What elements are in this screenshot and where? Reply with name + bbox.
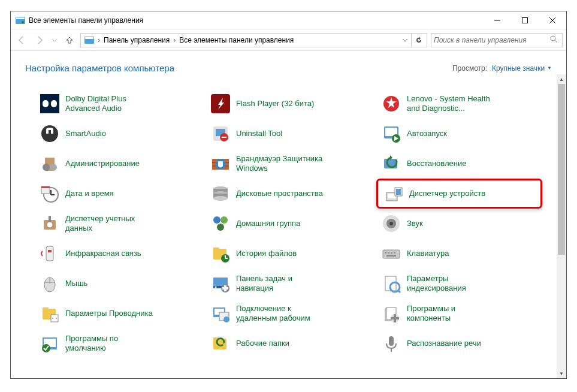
refresh-button[interactable] bbox=[411, 34, 425, 47]
control-panel-small-icon bbox=[84, 35, 94, 45]
items-grid: Dolby Digital Plus Advanced AudioFlash P… bbox=[11, 74, 557, 378]
control-panel-item[interactable]: Подключение к удаленным рабочим bbox=[206, 298, 371, 328]
control-panel-item[interactable]: Брандмауэр Защитника Windows bbox=[206, 149, 371, 179]
item-label: Подключение к удаленным рабочим bbox=[236, 304, 329, 322]
recovery-icon bbox=[382, 154, 401, 173]
item-label: Мышь bbox=[65, 279, 87, 288]
up-button[interactable] bbox=[62, 33, 77, 47]
remoteapp-icon bbox=[211, 304, 230, 323]
control-panel-item[interactable]: Рабочие папки bbox=[206, 328, 371, 358]
defaultprogs-icon bbox=[40, 334, 59, 353]
view-label: Просмотр: bbox=[452, 64, 487, 73]
sound-icon bbox=[382, 214, 401, 233]
control-panel-item[interactable]: Автозапуск bbox=[376, 119, 542, 149]
close-button[interactable] bbox=[539, 11, 566, 29]
address-dropdown-icon[interactable] bbox=[399, 36, 411, 44]
breadcrumb-2[interactable]: Все элементы панели управления bbox=[177, 36, 296, 44]
search-box[interactable] bbox=[431, 33, 563, 47]
workfolders-icon bbox=[211, 334, 230, 353]
window-title: Все элементы панели управления bbox=[29, 16, 484, 25]
scroll-down-button[interactable]: ▼ bbox=[557, 369, 566, 378]
infrared-icon bbox=[40, 244, 59, 263]
control-panel-item[interactable]: Панель задач и навигация bbox=[206, 269, 371, 298]
navigation-bar: › Панель управления › Все элементы панел… bbox=[11, 29, 566, 51]
search-icon[interactable] bbox=[550, 35, 560, 45]
item-label: Программы по умолчанию bbox=[65, 334, 158, 352]
speech-icon bbox=[382, 334, 401, 353]
chevron-down-icon: ▼ bbox=[547, 65, 552, 71]
control-panel-item[interactable]: Диспетчер устройств bbox=[376, 179, 542, 209]
chevron-right-icon[interactable]: › bbox=[172, 36, 177, 44]
folderopts-icon bbox=[40, 304, 59, 323]
item-label: Диспетчер учетных данных bbox=[65, 214, 158, 233]
filehistory-icon bbox=[211, 244, 230, 263]
item-label: Звук bbox=[407, 219, 423, 228]
admin-icon bbox=[40, 154, 59, 173]
svg-point-2 bbox=[22, 21, 24, 23]
search-input[interactable] bbox=[434, 36, 550, 44]
control-panel-item[interactable]: Клавиатура bbox=[376, 239, 542, 269]
control-panel-item[interactable]: SmartAudio bbox=[35, 119, 201, 149]
item-label: Инфракрасная связь bbox=[65, 249, 141, 258]
programs-icon bbox=[382, 304, 401, 323]
taskbar-icon bbox=[211, 274, 230, 293]
item-label: SmartAudio bbox=[65, 129, 106, 138]
control-panel-item[interactable]: Flash Player (32 бита) bbox=[206, 89, 371, 119]
control-panel-item[interactable]: Звук bbox=[376, 209, 542, 239]
autoplay-icon bbox=[382, 124, 401, 143]
page-heading: Настройка параметров компьютера bbox=[25, 63, 452, 73]
firewall-icon bbox=[211, 154, 230, 173]
control-panel-item[interactable]: Lenovo - System Health and Diagnostic... bbox=[376, 89, 542, 119]
scroll-track[interactable] bbox=[557, 84, 566, 369]
item-label: Дата и время bbox=[65, 189, 114, 198]
control-panel-item[interactable]: Диспетчер учетных данных bbox=[35, 209, 201, 239]
item-label: Распознавание речи bbox=[407, 339, 481, 348]
control-panel-item[interactable]: Инфракрасная связь bbox=[35, 239, 201, 269]
item-label: Flash Player (32 бита) bbox=[236, 99, 314, 108]
maximize-button[interactable] bbox=[511, 11, 539, 29]
item-label: Uninstall Tool bbox=[236, 129, 282, 138]
control-panel-item[interactable]: История файлов bbox=[206, 239, 371, 269]
control-panel-item[interactable]: Восстановление bbox=[376, 149, 542, 179]
svg-rect-1 bbox=[16, 17, 25, 19]
uninstall-icon bbox=[211, 124, 230, 143]
svg-line-10 bbox=[555, 40, 557, 43]
item-label: История файлов bbox=[236, 249, 297, 258]
minimize-button[interactable] bbox=[484, 11, 511, 29]
recent-dropdown[interactable] bbox=[50, 33, 59, 47]
breadcrumb-1[interactable]: Панель управления bbox=[101, 36, 172, 44]
svg-rect-8 bbox=[85, 37, 93, 39]
forward-button[interactable] bbox=[32, 33, 47, 47]
item-label: Брандмауэр Защитника Windows bbox=[236, 154, 329, 173]
control-panel-item[interactable]: Программы и компоненты bbox=[376, 298, 542, 328]
item-label: Диспетчер устройств bbox=[409, 189, 485, 198]
indexing-icon bbox=[382, 274, 401, 293]
control-panel-item[interactable]: Дата и время bbox=[35, 179, 201, 209]
control-panel-item[interactable]: Дисковые пространства bbox=[206, 179, 371, 209]
control-panel-item[interactable]: Параметры Проводника bbox=[35, 298, 201, 328]
chevron-right-icon[interactable]: › bbox=[96, 36, 101, 44]
item-label: Панель задач и навигация bbox=[236, 274, 329, 293]
control-panel-item[interactable]: Администрирование bbox=[35, 149, 201, 179]
devmgr-icon bbox=[384, 184, 403, 203]
control-panel-item[interactable]: Распознавание речи bbox=[376, 328, 542, 358]
control-panel-item[interactable]: Параметры индексирования bbox=[376, 269, 542, 298]
mouse-icon bbox=[40, 274, 59, 293]
item-label: Домашняя группа bbox=[236, 219, 300, 228]
view-value-text: Крупные значки bbox=[492, 64, 545, 73]
control-panel-item[interactable]: Домашняя группа bbox=[206, 209, 371, 239]
control-panel-item[interactable]: Dolby Digital Plus Advanced Audio bbox=[35, 89, 201, 119]
control-panel-item[interactable]: Мышь bbox=[35, 269, 201, 298]
control-panel-item[interactable]: Uninstall Tool bbox=[206, 119, 371, 149]
scroll-up-button[interactable]: ▲ bbox=[557, 74, 566, 84]
control-panel-item[interactable]: Программы по умолчанию bbox=[35, 328, 201, 358]
svg-rect-4 bbox=[522, 17, 528, 23]
scroll-thumb[interactable] bbox=[558, 84, 565, 255]
lenovo-icon bbox=[382, 94, 401, 113]
item-label: Dolby Digital Plus Advanced Audio bbox=[65, 94, 158, 113]
address-bar[interactable]: › Панель управления › Все элементы панел… bbox=[80, 33, 427, 47]
dolby-icon bbox=[40, 94, 59, 113]
scrollbar[interactable]: ▲ ▼ bbox=[557, 74, 566, 378]
back-button[interactable] bbox=[14, 33, 29, 47]
view-dropdown[interactable]: Крупные значки ▼ bbox=[492, 64, 552, 73]
